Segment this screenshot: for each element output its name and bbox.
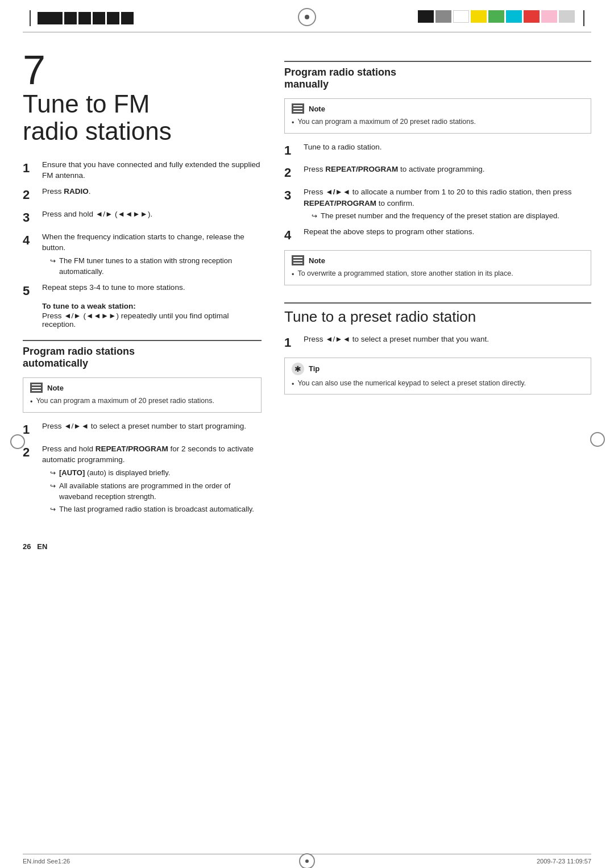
auto-note-box: Note • You can program a maximum of 20 p… bbox=[23, 377, 262, 413]
note-icon-m2-line2 bbox=[293, 260, 302, 261]
cb-ltgray bbox=[559, 10, 575, 23]
step-2-text: Press RADIO. bbox=[42, 186, 262, 197]
manual-step-4-text: Repeat the above steps to program other … bbox=[304, 226, 591, 238]
auto-note-header: Note bbox=[30, 383, 254, 393]
manual-step-3-sub: ↪ The preset number and the frequency of… bbox=[304, 211, 591, 222]
note-icon-manual-line1 bbox=[293, 105, 302, 106]
page-number-display: 7 bbox=[23, 49, 262, 90]
title-line2: radio stations bbox=[23, 117, 172, 145]
tip-header: ✱ Tip bbox=[292, 363, 584, 375]
manual-step-3: 3 Press ◄/►◄ to allocate a number from 1… bbox=[284, 186, 591, 222]
black-block-6 bbox=[121, 12, 134, 24]
bottom-circle bbox=[299, 853, 315, 868]
tip-bullet: • You can also use the numerical keypad … bbox=[292, 379, 584, 390]
step-2: 2 Press RADIO. bbox=[23, 186, 262, 204]
auto-step-2-text: Press and hold REPEAT/PROGRAM for 2 seco… bbox=[42, 443, 262, 516]
manual-step-1: 1 Tune to a radio station. bbox=[284, 142, 591, 160]
auto-note-label: Note bbox=[47, 384, 64, 392]
bottom-left: EN.indd See1:26 bbox=[23, 858, 537, 865]
arrow-auto-1: ↪ bbox=[50, 468, 56, 478]
left-column: 7 Tune to FM radio stations 1 Ensure tha… bbox=[23, 49, 262, 520]
manual-note2-text: To overwrite a programmed station, store… bbox=[297, 269, 513, 279]
tip-text: You can also use the numerical keypad to… bbox=[297, 379, 526, 389]
arrow-symbol-4: ↪ bbox=[50, 256, 56, 266]
bottom-right-text: 2009-7-23 11:09:57 bbox=[537, 858, 591, 865]
note-icon-line2 bbox=[32, 387, 41, 388]
manual-note2-bullet: • To overwrite a programmed station, sto… bbox=[292, 269, 584, 280]
bullet-dot-manual: • bbox=[292, 118, 294, 128]
step-4-num: 4 bbox=[23, 231, 42, 250]
manual-note2-box: Note • To overwrite a programmed station… bbox=[284, 250, 591, 285]
right-column: Program radio stationsmanually Note • Yo… bbox=[284, 49, 591, 520]
manual-step-1-num: 1 bbox=[284, 142, 304, 160]
auto-step-2-sub3: ↪ The last programed radio station is br… bbox=[42, 504, 262, 515]
cb-green bbox=[488, 10, 504, 23]
step-5-text: Repeat steps 3-4 to tune to more station… bbox=[42, 282, 262, 293]
cb-pink bbox=[541, 10, 557, 23]
cb-white bbox=[453, 10, 469, 23]
tip-icon: ✱ bbox=[292, 363, 304, 375]
divider-right bbox=[583, 10, 584, 26]
auto-step-1-text: Press ◄/►◄ to select a preset number to … bbox=[42, 421, 262, 432]
auto-note-bullet: • You can program a maximum of 20 preset… bbox=[30, 396, 254, 408]
bullet-dot-auto: • bbox=[30, 397, 32, 408]
step-2-num: 2 bbox=[23, 186, 42, 204]
auto-step-2: 2 Press and hold REPEAT/PROGRAM for 2 se… bbox=[23, 443, 262, 516]
bottom-left-text: EN.indd See1:26 bbox=[23, 858, 70, 865]
black-block-1 bbox=[38, 12, 63, 24]
manual-step-1-text: Tune to a radio station. bbox=[304, 142, 591, 153]
page-title: Tune to FM radio stations bbox=[23, 90, 262, 146]
side-circle-right bbox=[590, 432, 605, 447]
manual-note-box: Note • You can program a maximum of 20 p… bbox=[284, 98, 591, 134]
auto-sub-text-1: [AUTO] (auto) is displayed briefly. bbox=[59, 468, 170, 479]
manual-step-2-text: Press REPEAT/PROGRAM to activate program… bbox=[304, 164, 591, 175]
page-num-value: 26 bbox=[23, 542, 31, 551]
page-lang: EN bbox=[37, 542, 47, 551]
cb-cyan bbox=[506, 10, 522, 23]
step-5-num: 5 bbox=[23, 282, 42, 300]
right-color-blocks bbox=[418, 10, 591, 26]
manual-sub-text-3: The preset number and the frequency of t… bbox=[321, 211, 559, 222]
step-3: 3 Press and hold ◄/► (◄◄►►). bbox=[23, 209, 262, 227]
preset-step-1: 1 Press ◄/►◄ to select a preset number t… bbox=[284, 334, 591, 352]
main-content: 7 Tune to FM radio stations 1 Ensure tha… bbox=[0, 32, 614, 520]
step-3-num: 3 bbox=[23, 209, 42, 227]
black-block-4 bbox=[93, 12, 105, 24]
step-3-text: Press and hold ◄/► (◄◄►►). bbox=[42, 209, 262, 220]
arrow-auto-3: ↪ bbox=[50, 505, 56, 514]
manual-step-2-num: 2 bbox=[284, 164, 304, 182]
title-line1: Tune to FM bbox=[23, 90, 150, 118]
side-circle-left bbox=[10, 434, 25, 449]
note-icon-manual-line3 bbox=[293, 111, 302, 112]
step-1-num: 1 bbox=[23, 159, 42, 177]
top-bar bbox=[0, 0, 614, 26]
note-icon-manual2 bbox=[292, 255, 304, 265]
step-5: 5 Repeat steps 3-4 to tune to more stati… bbox=[23, 282, 262, 300]
manual-note-header: Note bbox=[292, 103, 584, 114]
tip-label: Tip bbox=[309, 364, 320, 373]
bottom-right: 2009-7-23 11:09:57 bbox=[537, 858, 591, 865]
bottom-bar: EN.indd See1:26 2009-7-23 11:09:57 bbox=[0, 854, 614, 868]
arrow-auto-2: ↪ bbox=[50, 481, 56, 491]
auto-step-1-num: 1 bbox=[23, 421, 42, 439]
manual-step-3-text: Press ◄/►◄ to allocate a number from 1 t… bbox=[304, 186, 591, 222]
note-icon-auto bbox=[30, 383, 43, 393]
manual-note2-header: Note bbox=[292, 255, 584, 265]
auto-sub-text-2: All available stations are programmed in… bbox=[59, 481, 262, 502]
tip-box: ✱ Tip • You can also use the numerical k… bbox=[284, 358, 591, 395]
bottom-center bbox=[299, 853, 315, 868]
left-color-blocks bbox=[23, 10, 138, 26]
cb-black bbox=[418, 10, 434, 23]
manual-step-2: 2 Press REPEAT/PROGRAM to activate progr… bbox=[284, 164, 591, 182]
note-icon-m2-line1 bbox=[293, 257, 302, 258]
divider-left bbox=[30, 10, 31, 26]
black-block-3 bbox=[78, 12, 91, 24]
arrow-manual-3: ↪ bbox=[312, 211, 317, 221]
manual-note2-label: Note bbox=[309, 256, 325, 265]
page-number-area: 26 EN bbox=[0, 520, 614, 551]
preset-section-heading: Tune to a preset radio station bbox=[284, 302, 591, 326]
cb-yellow bbox=[471, 10, 487, 23]
auto-step-2-sub1: ↪ [AUTO] (auto) is displayed briefly. bbox=[42, 468, 262, 479]
manual-note-bullet: • You can program a maximum of 20 preset… bbox=[292, 117, 584, 128]
to-tune-label-container: To tune to a weak station: Press ◄/► (◄◄… bbox=[23, 302, 262, 329]
